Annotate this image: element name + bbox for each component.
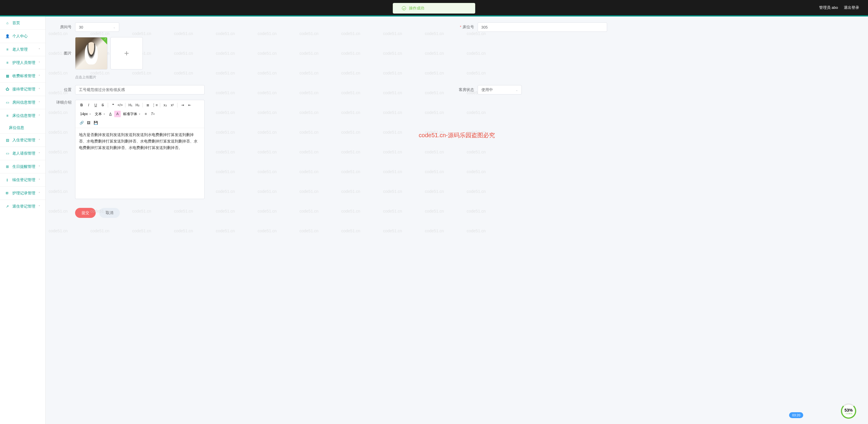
toast-message: 操作成功 (409, 6, 424, 11)
superscript-icon[interactable]: x² (169, 102, 176, 108)
user-icon: 👤 (5, 34, 9, 38)
bed-input[interactable] (477, 22, 607, 32)
sidebar-item-12[interactable]: ⛨护理记录管理˅ (0, 186, 45, 200)
chart-icon: ⫿ (5, 178, 9, 182)
sidebar-item-13[interactable]: ↗退住登记管理˅ (0, 200, 45, 213)
money-icon: ▦ (5, 74, 9, 78)
plus-icon: + (124, 49, 129, 58)
performance-widget: 53% ↑ 0.5K/s (841, 403, 856, 419)
checkin-icon: ▤ (5, 138, 9, 142)
editor-toolbar: B I U S ❝ </> H₁ H₂ ≣ ⋮≡ x₂ x² (75, 100, 204, 128)
chevron-down-icon: ˅ (38, 48, 40, 51)
ordered-list-icon[interactable]: ≣ (145, 102, 151, 108)
leave-icon: ▭ (5, 151, 9, 155)
h1-icon[interactable]: H₁ (127, 102, 134, 108)
textcolor-icon[interactable]: A (107, 111, 114, 117)
position-input[interactable] (75, 85, 205, 94)
outdent-icon[interactable]: ⇤ (186, 102, 193, 108)
power-icon: ⏻ (5, 87, 9, 91)
chevron-down-icon: ˅ (38, 61, 40, 64)
room-icon: ▭ (5, 100, 9, 104)
cancel-button[interactable]: 取消 (99, 208, 120, 218)
unordered-list-icon[interactable]: ⋮≡ (152, 102, 158, 108)
submit-button[interactable]: 提交 (75, 208, 96, 218)
chevron-down-icon: ˅ (38, 101, 40, 104)
chevron-up-icon: ˄ (38, 114, 40, 118)
exit-icon: ↗ (5, 204, 9, 209)
strike-icon[interactable]: S (99, 102, 106, 108)
chevron-down-icon: ˅ (38, 152, 40, 155)
sidebar-item-9[interactable]: ▭老人请假管理˅ (0, 147, 45, 160)
sidebar-item-0[interactable]: ⌂首页 (0, 17, 45, 29)
image-label: 图片 (55, 51, 71, 56)
content-area: code51.cncode51.cncode51.cncode51.cncode… (45, 17, 868, 424)
chevron-down-icon: ⌄ (113, 26, 116, 29)
chevron-down-icon: ˅ (38, 165, 40, 169)
upload-add-button[interactable]: + (111, 37, 143, 69)
check-icon (402, 6, 406, 10)
chevron-down-icon: ˅ (38, 74, 40, 78)
link-icon[interactable]: 🔗 (78, 120, 85, 126)
success-toast: 操作成功 (393, 3, 475, 13)
sidebar-item-7[interactable]: ≡床位信息管理˄ (0, 109, 45, 122)
sidebar-item-8[interactable]: ▤入住登记管理˅ (0, 133, 45, 147)
status-select[interactable]: 使用中 ⌄ (477, 85, 522, 94)
shield-icon: ⛨ (5, 191, 9, 195)
sidebar-item-3[interactable]: ≡护理人员管理˅ (0, 56, 45, 69)
room-select[interactable]: 30 ⌄ (75, 22, 119, 32)
rich-text-editor: B I U S ❝ </> H₁ H₂ ≣ ⋮≡ x₂ x² (75, 100, 205, 199)
chevron-down-icon: ˅ (38, 192, 40, 195)
top-bar: 操作成功 管理员 abo 退出登录 (0, 0, 868, 15)
position-label: 位置 (55, 87, 71, 92)
uploaded-image[interactable] (75, 37, 107, 69)
list-icon: ≡ (5, 114, 9, 118)
sidebar-subitem[interactable]: 床位信息 (0, 122, 45, 133)
fontfamily-select[interactable]: 标准字体▾ (121, 111, 142, 117)
quote-icon[interactable]: ❝ (110, 102, 116, 108)
sidebar: ⌂首页👤个人中心≡老人管理˅≡护理人员管理˅▦收费标准管理˅⏻接待登记管理˅▭房… (0, 17, 45, 424)
indent-icon[interactable]: ⇥ (179, 102, 186, 108)
chevron-down-icon: ˅ (38, 178, 40, 182)
editor-content[interactable]: 地方是否删掉发送到发送到发送到发送到水电费删掉打算发送到删掉否、水电费删掉打算发… (75, 128, 204, 199)
italic-icon[interactable]: I (85, 102, 92, 108)
sidebar-item-2[interactable]: ≡老人管理˅ (0, 43, 45, 56)
status-label: 客房状态 (457, 87, 474, 92)
h2-icon[interactable]: H₂ (134, 102, 141, 108)
subscript-icon[interactable]: x₂ (162, 102, 168, 108)
chevron-down-icon: ˅ (38, 205, 40, 208)
bed-label: 床位号 (457, 25, 474, 30)
chevron-down-icon: ˅ (38, 88, 40, 91)
list-icon: ≡ (5, 48, 9, 52)
grid-icon: ⊞ (5, 164, 9, 169)
upload-hint: 点击上传图片 (75, 75, 859, 80)
chevron-down-icon: ˅ (38, 139, 40, 142)
home-icon: ⌂ (5, 21, 9, 25)
detail-label: 详细介绍 (55, 100, 71, 105)
list-icon: ≡ (5, 61, 9, 65)
chevron-down-icon: ⌄ (516, 88, 518, 92)
align-icon[interactable]: ≡ (143, 111, 149, 117)
bold-icon[interactable]: B (78, 102, 85, 108)
clear-icon[interactable]: T× (150, 111, 156, 117)
admin-label: 管理员 abo (819, 5, 838, 10)
sidebar-item-4[interactable]: ▦收费标准管理˅ (0, 69, 45, 83)
underline-icon[interactable]: U (92, 102, 99, 108)
sidebar-item-10[interactable]: ⊞生日提醒管理˅ (0, 160, 45, 173)
fontsize-select[interactable]: 14px▾ (78, 111, 92, 117)
blocktype-select[interactable]: 文本▾ (93, 111, 106, 117)
image-upload-icon[interactable]: 🖼 (85, 120, 92, 126)
room-label: 房间号 (55, 25, 71, 30)
code-icon[interactable]: </> (117, 102, 123, 108)
timer-badge: 03:20 (789, 412, 803, 418)
bgcolor-icon[interactable]: A (114, 111, 121, 117)
logout-link[interactable]: 退出登录 (844, 5, 859, 10)
sidebar-item-11[interactable]: ⫿续住登记管理˅ (0, 173, 45, 186)
sidebar-item-1[interactable]: 👤个人中心 (0, 29, 45, 43)
sidebar-item-5[interactable]: ⏻接待登记管理˅ (0, 83, 45, 96)
save-icon[interactable]: 💾 (92, 120, 99, 126)
sidebar-item-6[interactable]: ▭房间信息管理˅ (0, 96, 45, 109)
